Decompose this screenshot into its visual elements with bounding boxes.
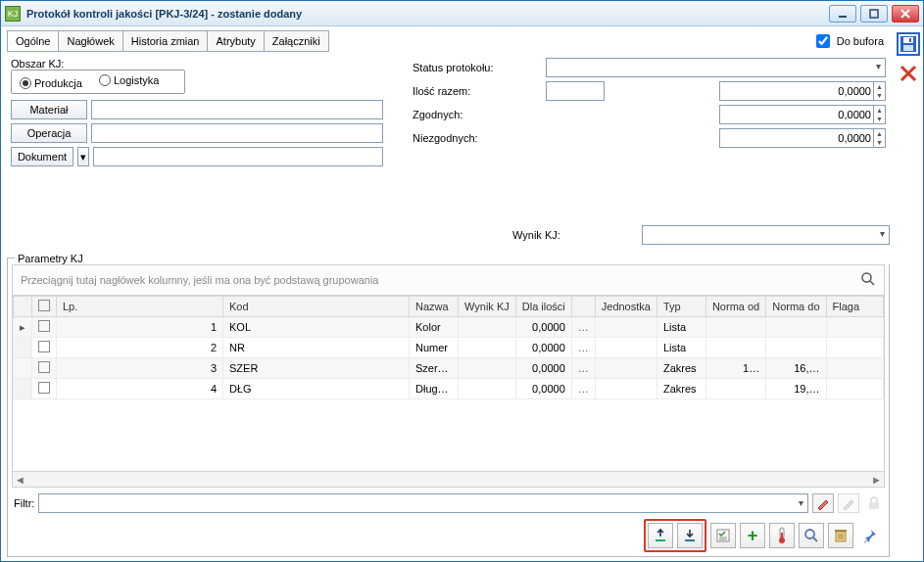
radio-produkcja[interactable]: Produkcja [20, 77, 82, 89]
do-bufora-checkbox[interactable] [816, 34, 830, 48]
do-bufora-label: Do bufora [837, 35, 884, 47]
zgodnych-value-input[interactable]: 0,0000 ▲▼ [719, 105, 886, 124]
svg-rect-23 [909, 38, 911, 42]
minimize-button[interactable] [829, 5, 856, 23]
svg-rect-20 [900, 36, 916, 52]
wynik-dropdown[interactable] [642, 225, 890, 245]
table-row[interactable]: ▸1KOLKolor0,0000…Lista [14, 317, 884, 338]
svg-line-3 [901, 10, 909, 18]
niezgodnych-value-input[interactable]: 0,0000 ▲▼ [719, 128, 886, 148]
pin-icon[interactable] [857, 523, 883, 548]
thermometer-button[interactable] [769, 523, 795, 548]
tab-ogolne[interactable]: Ogólne [8, 31, 59, 51]
svg-rect-16 [835, 530, 847, 532]
search-icon[interactable] [860, 271, 876, 289]
svg-line-24 [901, 67, 915, 80]
app-icon: KJ [5, 6, 21, 22]
table-row[interactable]: 2NRNumer0,0000…Lista [14, 338, 884, 358]
col-ndo[interactable]: Norma do [766, 297, 826, 317]
table-row[interactable]: 3SZERSzer…0,0000…Zakres1…16,… [14, 358, 884, 379]
material-button[interactable]: Materiał [11, 100, 87, 119]
ilosc-unit-input[interactable] [546, 81, 605, 101]
zgodnych-label: Zgodnych: [413, 109, 542, 120]
row-checkbox[interactable] [38, 382, 50, 394]
dokument-input[interactable] [93, 147, 383, 166]
obszar-group: Produkcja Logistyka [11, 70, 185, 94]
svg-line-2 [901, 10, 909, 18]
dokument-caret[interactable]: ▾ [77, 147, 89, 166]
cancel-button[interactable] [897, 62, 920, 85]
col-dla[interactable]: Dla ilości [515, 297, 571, 317]
radio-dot-icon [99, 74, 111, 86]
highlighted-tools [644, 519, 706, 552]
operacja-button[interactable]: Operacja [11, 123, 87, 143]
parametry-grid[interactable]: Lp. Kod Nazwa Wynik KJ Dla ilości Jednos… [12, 296, 885, 472]
radio-dot-icon [20, 77, 31, 89]
col-wynik[interactable]: Wynik KJ [459, 297, 516, 317]
svg-rect-6 [869, 502, 879, 509]
save-button[interactable] [897, 32, 920, 56]
ilosc-value-input[interactable]: 0,0000 ▲▼ [719, 81, 886, 101]
col-nod[interactable]: Norma od [705, 297, 765, 317]
filter-edit-button[interactable] [812, 493, 834, 513]
svg-line-5 [870, 281, 874, 285]
titlebar: KJ Protokół kontroli jakości [PKJ-3/24] … [1, 1, 923, 26]
export-button[interactable] [648, 523, 673, 548]
svg-point-13 [805, 530, 814, 539]
filter-label: Filtr: [12, 497, 34, 509]
status-dropdown[interactable] [546, 58, 886, 77]
svg-rect-1 [870, 10, 878, 18]
add-button[interactable]: + [740, 523, 765, 548]
delete-button[interactable] [828, 523, 853, 548]
svg-point-11 [779, 538, 785, 543]
select-all-checkbox[interactable] [38, 300, 50, 311]
svg-point-4 [862, 273, 871, 282]
lock-icon [863, 493, 885, 513]
parametry-legend: Parametry KJ [15, 253, 890, 264]
ilosc-label: Ilość razem: [413, 85, 542, 97]
row-checkbox[interactable] [38, 361, 50, 373]
tab-zalaczniki[interactable]: Załączniki [265, 31, 328, 51]
group-by-hint[interactable]: Przeciągnij tutaj nagłówek kolumny, jeśl… [12, 264, 885, 296]
svg-rect-22 [903, 45, 913, 51]
window-root: KJ Protokół kontroli jakości [PKJ-3/24] … [0, 0, 924, 562]
radio-logistyka[interactable]: Logistyka [99, 74, 159, 86]
row-checkbox[interactable] [38, 320, 50, 332]
operacja-input[interactable] [91, 123, 383, 143]
scroll-left-icon[interactable]: ◄ [15, 474, 25, 486]
window-title: Protokół kontroli jakości [PKJ-3/24] - z… [26, 8, 829, 20]
close-button[interactable] [892, 5, 919, 23]
col-jedn[interactable]: Jednostka [595, 297, 657, 317]
svg-rect-7 [717, 530, 729, 541]
row-checkbox[interactable] [38, 341, 50, 352]
col-kod[interactable]: Kod [223, 297, 410, 317]
checklist-button[interactable] [710, 523, 736, 548]
material-input[interactable] [91, 100, 383, 119]
tab-bar: Ogólne Nagłówek Historia zmian Atrybuty … [7, 30, 329, 52]
col-flaga[interactable]: Flaga [826, 297, 883, 317]
parametry-panel: Przeciągnij tutaj nagłówek kolumny, jeśl… [7, 258, 890, 557]
col-nazwa[interactable]: Nazwa [410, 297, 459, 317]
status-label: Status protokołu: [413, 62, 542, 73]
import-button[interactable] [677, 523, 703, 548]
svg-rect-10 [780, 528, 784, 539]
svg-rect-15 [836, 532, 846, 541]
niezgodnych-label: Niezgodnych: [413, 132, 542, 144]
filter-build-button [838, 493, 859, 513]
col-typ[interactable]: Typ [657, 297, 705, 317]
grid-hscroll[interactable]: ◄ ► [12, 472, 885, 488]
col-lp[interactable]: Lp. [57, 297, 223, 317]
svg-line-14 [813, 538, 817, 541]
tab-naglowek[interactable]: Nagłówek [59, 31, 122, 51]
svg-line-25 [901, 67, 915, 80]
svg-rect-21 [903, 37, 913, 43]
tab-historia[interactable]: Historia zmian [123, 31, 209, 51]
maximize-button[interactable] [860, 5, 888, 23]
obszar-label: Obszar KJ: [11, 58, 64, 70]
zoom-button[interactable] [799, 523, 824, 548]
filter-input[interactable] [38, 493, 808, 513]
table-row[interactable]: 4DŁGDług…0,0000…Zakres19,… [14, 379, 884, 399]
scroll-right-icon[interactable]: ► [871, 474, 882, 486]
tab-atrybuty[interactable]: Atrybuty [208, 31, 264, 51]
dokument-button[interactable]: Dokument [11, 147, 73, 166]
